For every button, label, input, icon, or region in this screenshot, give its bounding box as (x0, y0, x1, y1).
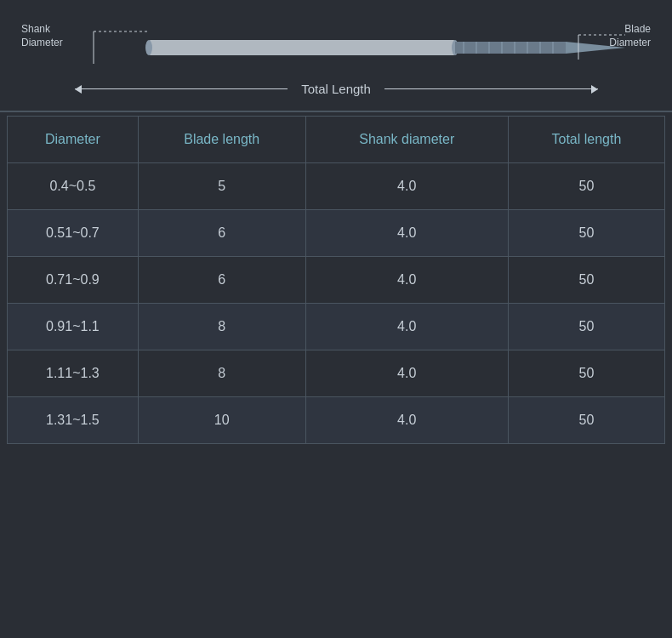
table-cell: 4.0 (305, 257, 508, 304)
svg-rect-2 (149, 40, 455, 55)
table-cell: 8 (138, 304, 305, 350)
table-cell: 50 (508, 163, 664, 210)
table-cell: 50 (508, 397, 664, 444)
table-cell: 6 (138, 257, 305, 304)
table-cell: 5 (138, 163, 305, 210)
table-cell: 4.0 (305, 210, 508, 257)
specs-table: Diameter Blade length Shank diameter Tot… (7, 116, 665, 444)
table-cell: 4.0 (305, 350, 508, 397)
table-row: 0.51~0.764.050 (8, 210, 665, 257)
table-cell: 4.0 (305, 304, 508, 350)
table-cell: 0.91~1.1 (8, 304, 139, 350)
arrow-right (384, 88, 598, 89)
drill-container: Shank Diameter Blade Diameter (17, 19, 655, 78)
col-header-shank-diameter: Shank diameter (305, 117, 508, 163)
table-cell: 50 (508, 304, 664, 350)
table-cell: 4.0 (305, 163, 508, 210)
table-cell: 4.0 (305, 397, 508, 444)
col-header-diameter: Diameter (8, 117, 139, 163)
table-cell: 50 (508, 257, 664, 304)
svg-rect-5 (455, 42, 566, 54)
total-length-row: Total Length (75, 82, 598, 96)
table-row: 0.4~0.554.050 (8, 163, 665, 210)
table-cell: 50 (508, 210, 664, 257)
table-cell: 50 (508, 350, 664, 397)
table-row: 0.91~1.184.050 (8, 304, 665, 350)
blade-diameter-label: Blade Diameter (609, 23, 651, 49)
table-row: 1.31~1.5104.050 (8, 397, 665, 444)
table-cell: 10 (138, 397, 305, 444)
table-row: 0.71~0.964.050 (8, 257, 665, 304)
section-divider (0, 111, 672, 112)
table-cell: 1.31~1.5 (8, 397, 139, 444)
shank-diameter-label: Shank Diameter (21, 23, 63, 49)
table-cell: 8 (138, 350, 305, 397)
table-cell: 0.4~0.5 (8, 163, 139, 210)
table-cell: 1.11~1.3 (8, 350, 139, 397)
table-row: 1.11~1.384.050 (8, 350, 665, 397)
drill-svg (47, 23, 625, 74)
col-header-blade-length: Blade length (138, 117, 305, 163)
col-header-total-length: Total length (508, 117, 664, 163)
table-cell: 0.51~0.7 (8, 210, 139, 257)
diagram-section: Shank Diameter Blade Diameter (0, 0, 672, 111)
svg-point-3 (145, 40, 152, 55)
table-section: Diameter Blade length Shank diameter Tot… (0, 116, 672, 451)
table-cell: 6 (138, 210, 305, 257)
table-header-row: Diameter Blade length Shank diameter Tot… (8, 117, 665, 163)
total-length-label: Total Length (288, 82, 384, 96)
arrow-left (75, 88, 288, 89)
table-cell: 0.71~0.9 (8, 257, 139, 304)
